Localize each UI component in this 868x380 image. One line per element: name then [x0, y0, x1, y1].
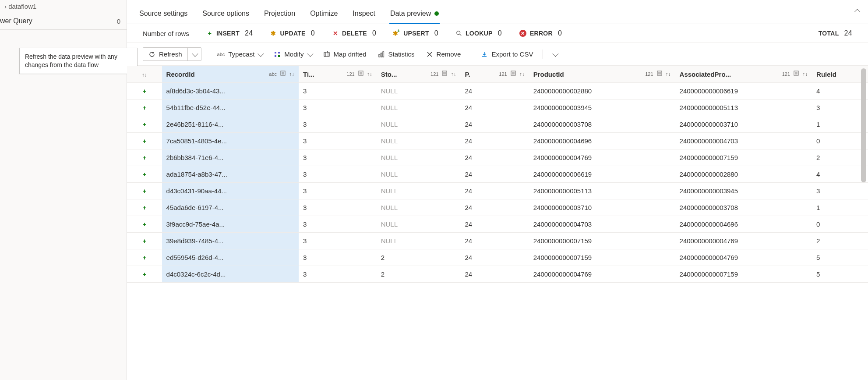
cell-Ti[interactable]: 3: [299, 266, 377, 283]
refresh-dropdown[interactable]: [187, 48, 201, 60]
cell-ProductId[interactable]: 2400000000004703: [529, 216, 675, 233]
cell-AssociatedPro[interactable]: 2400000000004696: [675, 216, 812, 233]
cell-RuleId[interactable]: 3: [812, 99, 868, 116]
cell-P[interactable]: 24: [460, 183, 529, 199]
cell-AssociatedPro[interactable]: 2400000000002880: [675, 166, 812, 183]
cell-P[interactable]: 24: [460, 216, 529, 233]
cell-P[interactable]: 24: [460, 83, 529, 99]
cell-idx[interactable]: +: [127, 216, 162, 233]
cell-idx[interactable]: +: [127, 249, 162, 266]
column-header-RecordId[interactable]: RecordIdabc↑↓: [162, 66, 299, 83]
cell-idx[interactable]: +: [127, 199, 162, 216]
cell-Sto[interactable]: NULL: [377, 133, 461, 149]
table-row[interactable]: +45ada6de-6197-4...3NULL2424000000000037…: [127, 199, 868, 216]
cell-RuleId[interactable]: 3: [812, 183, 868, 199]
cell-Ti[interactable]: 3: [299, 133, 377, 149]
cell-Sto[interactable]: NULL: [377, 216, 461, 233]
collapse-panel-button[interactable]: [856, 8, 860, 15]
sort-icon[interactable]: ↑↓: [802, 71, 808, 77]
column-actions-icon[interactable]: [358, 71, 363, 77]
tab-data-preview[interactable]: Data preview: [389, 6, 440, 24]
column-header-P[interactable]: P.121↑↓: [460, 66, 529, 83]
table-row[interactable]: +2b6bb384-71e6-4...3NULL2424000000000047…: [127, 149, 868, 166]
table-row[interactable]: +d4c0324c-6c2c-4d...32242400000000004769…: [127, 266, 868, 283]
cell-Sto[interactable]: 2: [377, 266, 461, 283]
cell-ProductId[interactable]: 2400000000006619: [529, 166, 675, 183]
sort-icon[interactable]: ↑↓: [367, 71, 372, 77]
cell-idx[interactable]: +: [127, 149, 162, 166]
column-header-ProductId[interactable]: ProductId121↑↓: [529, 66, 675, 83]
cell-RuleId[interactable]: 1: [812, 116, 868, 133]
cell-P[interactable]: 24: [460, 249, 529, 266]
sort-icon[interactable]: ↑↓: [451, 71, 456, 77]
vertical-scrollbar[interactable]: [860, 66, 867, 380]
cell-Ti[interactable]: 3: [299, 149, 377, 166]
cell-P[interactable]: 24: [460, 99, 529, 116]
more-dropdown[interactable]: [548, 50, 561, 58]
cell-RuleId[interactable]: 4: [812, 83, 868, 99]
cell-Sto[interactable]: NULL: [377, 116, 461, 133]
cell-idx[interactable]: +: [127, 166, 162, 183]
cell-RecordId[interactable]: d43c0431-90aa-44...: [162, 183, 299, 199]
cell-ProductId[interactable]: 2400000000004769: [529, 266, 675, 283]
cell-ProductId[interactable]: 2400000000003708: [529, 116, 675, 133]
cell-RecordId[interactable]: 39e8d939-7485-4...: [162, 233, 299, 249]
cell-ProductId[interactable]: 2400000000005113: [529, 183, 675, 199]
cell-P[interactable]: 24: [460, 116, 529, 133]
cell-AssociatedPro[interactable]: 2400000000004769: [675, 233, 812, 249]
cell-ProductId[interactable]: 2400000000002880: [529, 83, 675, 99]
cell-Ti[interactable]: 3: [299, 233, 377, 249]
cell-Sto[interactable]: NULL: [377, 233, 461, 249]
typecast-button[interactable]: abc Typecast: [213, 49, 267, 60]
map-drifted-button[interactable]: Map drifted: [319, 49, 371, 60]
cell-Sto[interactable]: 2: [377, 249, 461, 266]
cell-AssociatedPro[interactable]: 2400000000004703: [675, 133, 812, 149]
cell-RecordId[interactable]: ada18754-a8b3-47...: [162, 166, 299, 183]
cell-ProductId[interactable]: 2400000000007159: [529, 249, 675, 266]
cell-idx[interactable]: +: [127, 116, 162, 133]
cell-AssociatedPro[interactable]: 2400000000007159: [675, 149, 812, 166]
statistics-button[interactable]: Statistics: [374, 49, 419, 60]
column-actions-icon[interactable]: [280, 71, 286, 77]
sort-icon[interactable]: ↑↓: [519, 71, 525, 77]
tab-source-settings[interactable]: Source settings: [138, 6, 188, 24]
cell-RuleId[interactable]: 5: [812, 266, 868, 283]
dataflow-name[interactable]: › dataflow1: [0, 0, 127, 13]
cell-RecordId[interactable]: d4c0324c-6c2c-4d...: [162, 266, 299, 283]
cell-Ti[interactable]: 3: [299, 249, 377, 266]
tab-projection[interactable]: Projection: [263, 6, 296, 24]
tab-inspect[interactable]: Inspect: [352, 6, 376, 24]
cell-idx[interactable]: +: [127, 83, 162, 99]
cell-RecordId[interactable]: 2b6bb384-71e6-4...: [162, 149, 299, 166]
cell-Sto[interactable]: NULL: [377, 83, 461, 99]
cell-ProductId[interactable]: 2400000000003710: [529, 199, 675, 216]
cell-RuleId[interactable]: 4: [812, 166, 868, 183]
cell-RecordId[interactable]: 7ca50851-4805-4e...: [162, 133, 299, 149]
column-actions-icon[interactable]: [794, 71, 799, 77]
cell-AssociatedPro[interactable]: 2400000000006619: [675, 83, 812, 99]
power-query-row[interactable]: wer Query 0: [0, 13, 127, 30]
cell-Ti[interactable]: 3: [299, 183, 377, 199]
table-row[interactable]: +54b11fbe-d52e-44...3NULL242400000000003…: [127, 99, 868, 116]
cell-idx[interactable]: +: [127, 233, 162, 249]
cell-Sto[interactable]: NULL: [377, 99, 461, 116]
column-actions-icon[interactable]: [442, 71, 447, 77]
tab-source-options[interactable]: Source options: [201, 6, 250, 24]
cell-RecordId[interactable]: 54b11fbe-d52e-44...: [162, 99, 299, 116]
cell-AssociatedPro[interactable]: 2400000000007159: [675, 266, 812, 283]
sort-icon[interactable]: ↑↓: [666, 71, 671, 77]
table-row[interactable]: +7ca50851-4805-4e...3NULL242400000000004…: [127, 133, 868, 149]
cell-Ti[interactable]: 3: [299, 216, 377, 233]
export-csv-button[interactable]: Export to CSV: [476, 49, 537, 60]
cell-P[interactable]: 24: [460, 149, 529, 166]
cell-Sto[interactable]: NULL: [377, 149, 461, 166]
cell-AssociatedPro[interactable]: 2400000000005113: [675, 99, 812, 116]
cell-Ti[interactable]: 3: [299, 166, 377, 183]
cell-ProductId[interactable]: 2400000000004696: [529, 133, 675, 149]
cell-Sto[interactable]: NULL: [377, 199, 461, 216]
refresh-button[interactable]: Refresh: [143, 48, 187, 60]
column-actions-icon[interactable]: [657, 71, 662, 77]
column-header-AssociatedPro[interactable]: AssociatedPro...121↑↓: [675, 66, 812, 83]
cell-RuleId[interactable]: 5: [812, 249, 868, 266]
cell-P[interactable]: 24: [460, 233, 529, 249]
